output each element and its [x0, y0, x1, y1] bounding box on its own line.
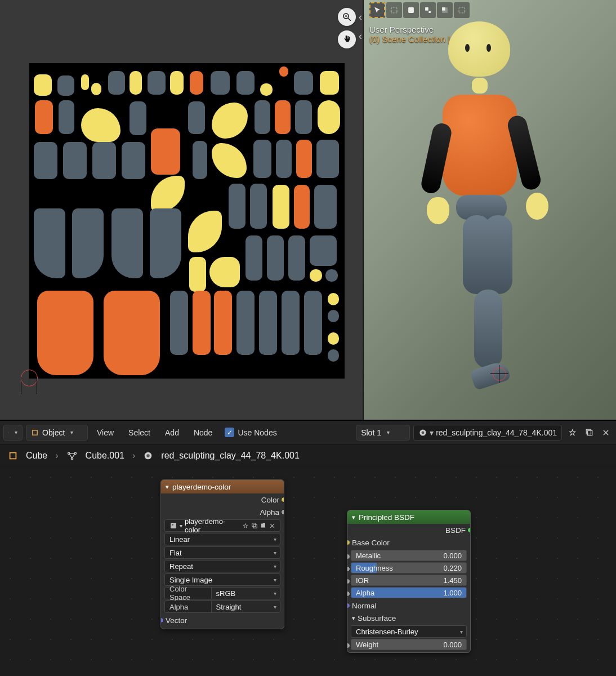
colorspace-dropdown[interactable]: Color Space sRGB▾: [164, 587, 280, 599]
collapse-arrow-icon[interactable]: ‹: [359, 11, 362, 23]
svg-point-10: [422, 431, 425, 434]
pan-button[interactable]: [338, 30, 356, 48]
subsurface-section-toggle[interactable]: ▾ Subsurface: [347, 612, 470, 624]
principled-bsdf-node[interactable]: ▾ Principled BSDF BSDF Base Color Metall…: [347, 510, 471, 653]
svg-rect-8: [33, 430, 37, 434]
output-alpha-socket[interactable]: Alpha: [161, 506, 284, 518]
svg-line-1: [348, 18, 351, 21]
collapse-arrow-icon[interactable]: ‹: [359, 30, 362, 42]
svg-rect-23: [252, 523, 256, 527]
alpha-value-field[interactable]: Alpha 1.000: [351, 587, 467, 598]
svg-rect-21: [171, 523, 176, 528]
use-nodes-toggle[interactable]: ✓ Use Nodes: [221, 428, 280, 437]
svg-rect-12: [587, 431, 592, 435]
fake-user-icon[interactable]: [565, 426, 579, 439]
extension-dropdown[interactable]: Repeat▾: [164, 560, 280, 572]
material-slot-dropdown[interactable]: Slot 1▾: [356, 425, 410, 441]
alpha-mode-dropdown[interactable]: Alpha Straight▾: [164, 601, 280, 613]
metallic-value-field[interactable]: Metallic 0.000: [351, 550, 467, 561]
subsurface-method-dropdown[interactable]: Christensen-Burley▾: [351, 625, 467, 638]
object-icon: [8, 451, 18, 461]
node-editor-panel: ▾ Object▾ View Select Add Node ✓ Use Nod…: [0, 420, 616, 676]
interpolation-dropdown[interactable]: Linear▾: [164, 533, 280, 545]
projection-dropdown[interactable]: Flat▾: [164, 546, 280, 559]
chevron-right-icon: ›: [55, 451, 58, 461]
menu-add[interactable]: Add: [159, 428, 185, 437]
cursor-3d-icon: [490, 365, 508, 383]
uv-editor-panel: ‹ ‹: [0, 0, 364, 420]
node-editor-header: ▾ Object▾ View Select Add Node ✓ Use Nod…: [0, 421, 616, 444]
uv-texture-canvas[interactable]: [29, 63, 345, 379]
cursor-2d-icon: [21, 370, 38, 386]
menu-node[interactable]: Node: [188, 428, 218, 437]
menu-select[interactable]: Select: [123, 428, 156, 437]
svg-point-20: [147, 454, 150, 457]
menu-view[interactable]: View: [91, 428, 119, 437]
image-texture-node[interactable]: ▾ playerdemo-color Color Alpha ▾ playerd…: [160, 479, 284, 629]
node-grid-background: [0, 467, 616, 674]
output-bsdf-socket[interactable]: BSDF: [347, 524, 470, 536]
unlink-material-icon[interactable]: [599, 426, 613, 439]
svg-rect-15: [10, 452, 16, 459]
breadcrumb-item[interactable]: Cube: [26, 451, 47, 461]
viewport-3d-panel[interactable]: User Perspective (0) Scene Collection | …: [364, 0, 616, 420]
checkbox-checked-icon[interactable]: ✓: [225, 428, 234, 437]
input-normal-socket[interactable]: Normal: [347, 599, 470, 612]
new-material-icon[interactable]: [582, 426, 596, 439]
viewport-character-mesh: [364, 0, 616, 420]
subsurface-weight-field[interactable]: Weight 0.000: [351, 639, 467, 650]
input-basecolor-socket[interactable]: Base Color: [347, 536, 470, 549]
mesh-icon: [66, 451, 78, 461]
svg-point-22: [172, 524, 173, 526]
svg-rect-24: [253, 524, 257, 528]
source-dropdown[interactable]: Single Image▾: [164, 573, 280, 586]
ior-value-field[interactable]: IOR 1.450: [351, 575, 467, 586]
breadcrumb-item[interactable]: Cube.001: [86, 451, 124, 461]
svg-rect-11: [586, 429, 591, 434]
input-vector-socket[interactable]: Vector: [161, 614, 284, 626]
svg-point-7: [8, 432, 9, 433]
material-icon: [143, 451, 153, 461]
breadcrumb-item[interactable]: red_sculpting_clay_44_78_4K.001: [161, 451, 300, 461]
roughness-value-field[interactable]: Roughness 0.220: [351, 562, 467, 573]
editor-type-dropdown[interactable]: ▾: [3, 425, 23, 441]
image-datablock-field[interactable]: ▾ playerdemo-color: [164, 519, 280, 532]
material-datablock-field[interactable]: ▾ red_sculpting_clay_44_78_4K.001: [413, 425, 562, 441]
zoom-button[interactable]: [338, 8, 356, 26]
node-path-breadcrumb: Cube › Cube.001 › red_sculpting_clay_44_…: [0, 444, 616, 467]
node-header[interactable]: ▾ Principled BSDF: [347, 510, 470, 524]
node-header[interactable]: ▾ playerdemo-color: [161, 480, 284, 493]
output-color-socket[interactable]: Color: [161, 493, 284, 506]
chevron-right-icon: ›: [132, 451, 135, 461]
node-canvas[interactable]: ▾ playerdemo-color Color Alpha ▾ playerd…: [0, 467, 616, 674]
mode-dropdown[interactable]: Object▾: [26, 425, 88, 441]
